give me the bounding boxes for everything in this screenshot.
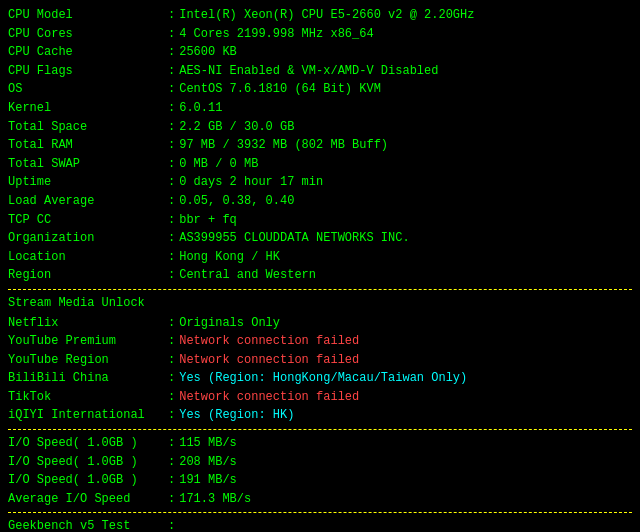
table-row: Location:Hong Kong / HK [8,248,632,267]
row-value: Network connection failed [179,332,359,351]
row-label: I/O Speed( 1.0GB ) [8,434,168,453]
table-row: I/O Speed( 1.0GB ):208 MB/s [8,453,632,472]
table-row: TCP CC:bbr + fq [8,211,632,230]
table-row: OS:CentOS 7.6.1810 (64 Bit) KVM [8,80,632,99]
row-value: 208 MB/s [179,453,237,472]
table-row: CPU Cache:25600 KB [8,43,632,62]
table-row: Organization:AS399955 CLOUDDATA NETWORKS… [8,229,632,248]
row-value: Yes (Region: HK) [179,406,294,425]
row-value: 25600 KB [179,43,237,62]
row-value: 97 MB / 3932 MB (802 MB Buff) [179,136,388,155]
row-value: Network connection failed [179,351,359,370]
row-value: 6.0.11 [179,99,222,118]
row-label: CPU Model [8,6,168,25]
row-label: YouTube Region [8,351,168,370]
row-value: Originals Only [179,314,280,333]
row-label: TikTok [8,388,168,407]
row-label: iQIYI International [8,406,168,425]
row-value: Network connection failed [179,388,359,407]
table-row: Uptime:0 days 2 hour 17 min [8,173,632,192]
table-row: YouTube Premium:Network connection faile… [8,332,632,351]
row-label: Total RAM [8,136,168,155]
row-value: 171.3 MB/s [179,490,251,509]
row-label: Total SWAP [8,155,168,174]
row-label: TCP CC [8,211,168,230]
row-label: Region [8,266,168,285]
system-section: CPU Model:Intel(R) Xeon(R) CPU E5-2660 v… [8,6,632,285]
row-value: AES-NI Enabled & VM-x/AMD-V Disabled [179,62,438,81]
table-row: Total SWAP:0 MB / 0 MB [8,155,632,174]
table-row: TikTok:Network connection failed [8,388,632,407]
row-value: 0 MB / 0 MB [179,155,258,174]
row-label: YouTube Premium [8,332,168,351]
row-label: Total Space [8,118,168,137]
table-row: Load Average:0.05, 0.38, 0.40 [8,192,632,211]
row-value: bbr + fq [179,211,237,230]
row-label: I/O Speed( 1.0GB ) [8,471,168,490]
row-value: Central and Western [179,266,316,285]
table-row: I/O Speed( 1.0GB ):191 MB/s [8,471,632,490]
table-row: CPU Model:Intel(R) Xeon(R) CPU E5-2660 v… [8,6,632,25]
row-label: Average I/O Speed [8,490,168,509]
row-label: I/O Speed( 1.0GB ) [8,453,168,472]
row-label: Netflix [8,314,168,333]
row-label: Kernel [8,99,168,118]
divider-2 [8,429,632,430]
geekbench-header: Geekbench v5 Test: [8,517,632,532]
row-value: Intel(R) Xeon(R) CPU E5-2660 v2 @ 2.20GH… [179,6,474,25]
row-value: 2.2 GB / 30.0 GB [179,118,294,137]
row-label: Load Average [8,192,168,211]
table-row: Kernel:6.0.11 [8,99,632,118]
stream-header: Stream Media Unlock [8,294,632,313]
io-section: I/O Speed( 1.0GB ):115 MB/sI/O Speed( 1.… [8,434,632,508]
row-label: OS [8,80,168,99]
row-label: CPU Cache [8,43,168,62]
divider-1 [8,289,632,290]
table-row: Total Space:2.2 GB / 30.0 GB [8,118,632,137]
table-row: CPU Cores:4 Cores 2199.998 MHz x86_64 [8,25,632,44]
row-value: AS399955 CLOUDDATA NETWORKS INC. [179,229,409,248]
table-row: Region:Central and Western [8,266,632,285]
table-row: YouTube Region:Network connection failed [8,351,632,370]
table-row: Total RAM:97 MB / 3932 MB (802 MB Buff) [8,136,632,155]
row-value: 115 MB/s [179,434,237,453]
row-value: 4 Cores 2199.998 MHz x86_64 [179,25,373,44]
geekbench-section: Geekbench v5 Test:Single Core:111Multi C… [8,517,632,532]
row-value: 0 days 2 hour 17 min [179,173,323,192]
table-row: Netflix:Originals Only [8,314,632,333]
row-value: Hong Kong / HK [179,248,280,267]
row-label: CPU Flags [8,62,168,81]
row-value: 191 MB/s [179,471,237,490]
table-row: iQIYI International:Yes (Region: HK) [8,406,632,425]
stream-section: Stream Media UnlockNetflix:Originals Onl… [8,294,632,425]
row-label: Organization [8,229,168,248]
table-row: Average I/O Speed:171.3 MB/s [8,490,632,509]
row-label: Uptime [8,173,168,192]
row-value: Yes (Region: HongKong/Macau/Taiwan Only) [179,369,467,388]
divider-3 [8,512,632,513]
row-value: 0.05, 0.38, 0.40 [179,192,294,211]
row-label: Location [8,248,168,267]
table-row: I/O Speed( 1.0GB ):115 MB/s [8,434,632,453]
row-label: BiliBili China [8,369,168,388]
row-value: CentOS 7.6.1810 (64 Bit) KVM [179,80,381,99]
table-row: CPU Flags:AES-NI Enabled & VM-x/AMD-V Di… [8,62,632,81]
table-row: BiliBili China:Yes (Region: HongKong/Mac… [8,369,632,388]
row-label: CPU Cores [8,25,168,44]
